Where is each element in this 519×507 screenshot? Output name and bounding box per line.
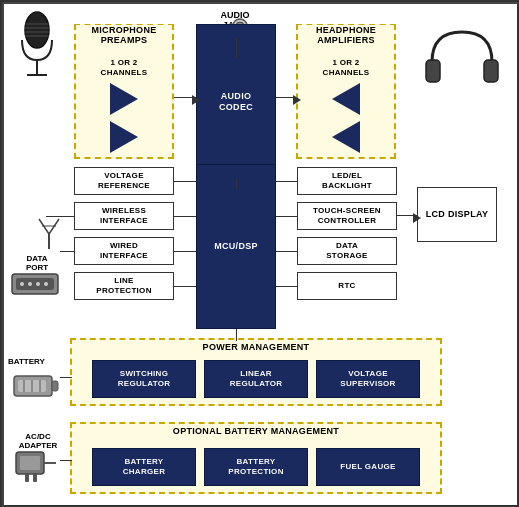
mcu-dsp-label: MCU/DSP bbox=[214, 241, 258, 252]
rtc-block: RTC bbox=[297, 272, 397, 300]
bat-charger-label: BATTERY CHARGER bbox=[123, 457, 166, 476]
bat-protection-block: BATTERY PROTECTION bbox=[204, 448, 308, 486]
svg-point-3 bbox=[25, 12, 49, 48]
battery-label: BATTERY bbox=[8, 357, 45, 366]
voltage-sup-block: VOLTAGE SUPERVISOR bbox=[316, 360, 420, 398]
power-mgmt-label: POWER MANAGEMENT bbox=[72, 340, 440, 353]
switching-reg-block: SWITCHING REGULATOR bbox=[92, 360, 196, 398]
opt-battery-outer: OPTIONAL BATTERY MANAGEMENT BATTERY CHAR… bbox=[70, 422, 442, 494]
acdc-label: AC/DC ADAPTER bbox=[8, 432, 68, 450]
svg-rect-10 bbox=[426, 60, 440, 82]
svg-rect-23 bbox=[52, 381, 58, 391]
rtc-label: RTC bbox=[338, 281, 355, 291]
amplifier-left-icon bbox=[332, 83, 360, 115]
voltage-ref-block: VOLTAGE REFERENCE bbox=[74, 167, 174, 195]
bat-protection-label: BATTERY PROTECTION bbox=[228, 457, 283, 476]
line-protection-label: LINE PROTECTION bbox=[96, 276, 151, 295]
battery-icon bbox=[12, 370, 60, 406]
svg-rect-29 bbox=[20, 456, 40, 470]
line-codec-to-mcu bbox=[236, 179, 237, 189]
opt-battery-label: OPTIONAL BATTERY MANAGEMENT bbox=[72, 424, 440, 437]
microphone-icon bbox=[12, 10, 62, 94]
data-storage-label: DATA STORAGE bbox=[326, 241, 368, 260]
data-port-icon bbox=[10, 270, 60, 302]
svg-rect-31 bbox=[33, 474, 37, 482]
voltage-sup-label: VOLTAGE SUPERVISOR bbox=[340, 369, 395, 388]
headphone-amps-label: HEADPHONE AMPLIFIERS bbox=[298, 25, 394, 47]
svg-rect-11 bbox=[484, 60, 498, 82]
wired-iface-block: WIRED INTERFACE bbox=[74, 237, 174, 265]
fuel-gauge-block: FUEL GAUGE bbox=[316, 448, 420, 486]
line-jack-to-codec bbox=[236, 38, 237, 58]
line-wireless-to-mcu bbox=[174, 216, 196, 217]
line-ant-to-wireless bbox=[46, 216, 74, 217]
touch-screen-label: TOUCH-SCREEN CONTROLLER bbox=[313, 206, 381, 225]
headphone-icon bbox=[422, 22, 502, 106]
svg-point-17 bbox=[44, 282, 48, 286]
svg-rect-30 bbox=[25, 474, 29, 482]
led-backlight-block: LED/EL BACKLIGHT bbox=[297, 167, 397, 195]
acdc-adapter-icon bbox=[12, 450, 56, 490]
mic-preamps-label: MICROPHONE PREAMPS bbox=[76, 25, 172, 47]
hp-channels-label: 1 OR 2 CHANNELS bbox=[323, 58, 370, 77]
wireless-iface-block: WIRELESS INTERFACE bbox=[74, 202, 174, 230]
arrow-mic-codec bbox=[192, 91, 200, 109]
line-mcu-to-datastorage bbox=[276, 251, 297, 252]
svg-point-14 bbox=[20, 282, 24, 286]
line-mcu-to-rtc bbox=[276, 286, 297, 287]
arrow-codec-hp bbox=[293, 91, 301, 109]
audio-codec-label: AUDIO CODEC bbox=[219, 91, 253, 113]
line-bat-to-power bbox=[60, 377, 72, 378]
led-backlight-label: LED/EL BACKLIGHT bbox=[322, 171, 372, 190]
linear-reg-block: LINEAR REGULATOR bbox=[204, 360, 308, 398]
line-wired-to-mcu bbox=[174, 251, 196, 252]
voltage-ref-label: VOLTAGE REFERENCE bbox=[98, 171, 150, 190]
amplifier-left-icon-2 bbox=[332, 121, 360, 153]
wireless-iface-label: WIRELESS INTERFACE bbox=[100, 206, 148, 225]
line-lineprot-to-mcu bbox=[174, 286, 196, 287]
line-protection-block: LINE PROTECTION bbox=[74, 272, 174, 300]
power-mgmt-outer: POWER MANAGEMENT SWITCHING REGULATOR LIN… bbox=[70, 338, 442, 406]
lcd-display-label: LCD DISPLAY bbox=[426, 209, 488, 220]
svg-point-15 bbox=[28, 282, 32, 286]
svg-point-16 bbox=[36, 282, 40, 286]
bat-charger-block: BATTERY CHARGER bbox=[92, 448, 196, 486]
main-diagram: AUDIO JACK MICROPHONE bbox=[0, 0, 519, 507]
touch-screen-block: TOUCH-SCREEN CONTROLLER bbox=[297, 202, 397, 230]
switching-reg-label: SWITCHING REGULATOR bbox=[118, 369, 171, 388]
amplifier-right-icon bbox=[110, 83, 138, 115]
data-storage-block: DATA STORAGE bbox=[297, 237, 397, 265]
line-vref-to-mcu bbox=[174, 181, 196, 182]
amplifier-right-icon-2 bbox=[110, 121, 138, 153]
mic-channels-label: 1 OR 2 CHANNELS bbox=[101, 58, 148, 77]
arrow-led-lcd bbox=[413, 209, 421, 227]
linear-reg-label: LINEAR REGULATOR bbox=[230, 369, 283, 388]
mic-preamps-box: MICROPHONE PREAMPS 1 OR 2 CHANNELS bbox=[74, 24, 174, 159]
line-mcu-to-led bbox=[276, 181, 297, 182]
fuel-gauge-label: FUEL GAUGE bbox=[340, 462, 395, 472]
wired-iface-label: WIRED INTERFACE bbox=[100, 241, 148, 260]
line-acdc-to-optbat bbox=[60, 460, 72, 461]
headphone-amps-box: HEADPHONE AMPLIFIERS 1 OR 2 CHANNELS bbox=[296, 24, 396, 159]
line-dataport-to-wired bbox=[60, 251, 74, 252]
lcd-display-block: LCD DISPLAY bbox=[417, 187, 497, 242]
line-mcu-to-power bbox=[236, 329, 237, 341]
line-mcu-to-touch bbox=[276, 216, 297, 217]
